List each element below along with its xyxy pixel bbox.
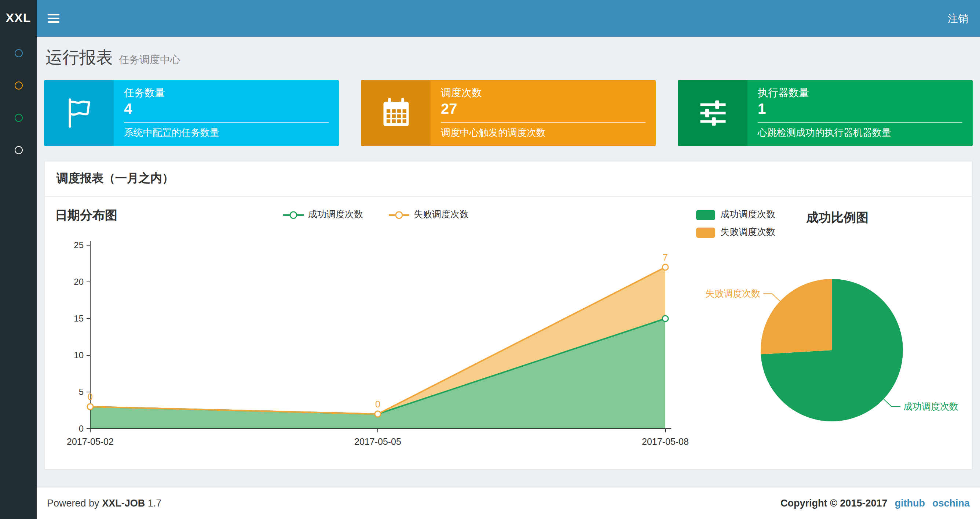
info-box-description: 心跳检测成功的执行器机器数量 <box>758 126 963 139</box>
legend-swatch <box>696 227 715 238</box>
x-axis-label: 2017-05-02 <box>67 436 114 447</box>
success-ratio-chart: 成功调度次数失败调度次数 成功比例图 成功调度次数失败调度次数 <box>696 207 962 459</box>
app-logo: XXL <box>0 0 37 37</box>
info-box-row: 任务数量 4 系统中配置的任务数量 <box>44 80 973 146</box>
main-content: 运行报表任务调度中心 任务数量 4 系统中配置的任务数量 <box>37 37 980 487</box>
calendar-icon <box>361 80 431 146</box>
line-chart-legend: 成功调度次数失败调度次数 <box>282 209 469 221</box>
info-box-executor-count: 执行器数量 1 心跳检测成功的执行器机器数量 <box>678 80 973 146</box>
navbar-bar: 注销 <box>37 0 980 37</box>
info-box-description: 系统中配置的任务数量 <box>124 126 329 139</box>
flag-icon <box>44 80 114 146</box>
product-version: 1.7 <box>148 498 162 509</box>
info-box-value: 1 <box>758 101 963 117</box>
sidebar-item-executor-manage[interactable] <box>0 134 37 166</box>
info-box-title: 调度次数 <box>441 86 646 100</box>
legend-item[interactable]: 成功调度次数 <box>696 209 775 221</box>
divider <box>124 122 329 123</box>
point-label: 0 <box>88 392 93 402</box>
legend-swatch <box>696 209 715 220</box>
y-axis-label: 20 <box>74 277 84 287</box>
pie-label: 成功调度次数 <box>904 401 958 412</box>
hamburger-icon <box>47 14 59 15</box>
pie-label: 失败调度次数 <box>705 288 760 299</box>
footer-right: Copyright © 2015-2017 github oschina <box>781 498 970 509</box>
marker-icon <box>662 316 668 321</box>
line-chart-svg: 05101520252017-05-022017-05-052017-05-08… <box>55 232 693 452</box>
y-axis-label: 10 <box>74 350 84 360</box>
y-axis-label: 25 <box>74 240 84 250</box>
marker-icon <box>87 404 93 410</box>
content-header: 运行报表任务调度中心 <box>44 37 973 80</box>
info-box-body: 任务数量 4 系统中配置的任务数量 <box>114 80 339 146</box>
info-box-trigger-count: 调度次数 27 调度中心触发的调度次数 <box>361 80 656 146</box>
circle-icon <box>14 113 22 121</box>
date-distribution-chart: 日期分布图 成功调度次数失败调度次数 05101520252017-05-022… <box>55 207 696 459</box>
y-axis-label: 0 <box>79 423 84 433</box>
legend-item[interactable]: 失败调度次数 <box>388 209 469 221</box>
pie-chart-header: 成功调度次数失败调度次数 成功比例图 <box>696 207 962 239</box>
circle-icon <box>14 49 22 57</box>
report-panel: 调度报表（一月之内） 日期分布图 成功调度次数失败调度次数 0510152025… <box>44 161 973 470</box>
sidebar-toggle-button[interactable] <box>37 0 70 37</box>
info-box-task-count: 任务数量 4 系统中配置的任务数量 <box>44 80 339 146</box>
sliders-icon <box>678 80 748 146</box>
top-navbar: XXL 注销 <box>0 0 980 37</box>
info-box-title: 执行器数量 <box>758 86 963 100</box>
info-box-description: 调度中心触发的调度次数 <box>441 126 646 139</box>
point-label: 0 <box>375 399 380 409</box>
report-panel-title: 调度报表（一月之内） <box>45 161 972 197</box>
line-chart-header: 日期分布图 成功调度次数失败调度次数 <box>55 207 696 232</box>
失败调度次数-slice <box>760 279 832 354</box>
page-subtitle: 任务调度中心 <box>119 54 180 65</box>
powered-by: Powered by XXL-JOB 1.7 <box>47 498 161 509</box>
sidebar-item-job-log[interactable] <box>0 101 37 134</box>
marker-icon <box>662 264 668 270</box>
point-label: 7 <box>663 252 668 262</box>
info-box-body: 执行器数量 1 心跳检测成功的执行器机器数量 <box>748 80 973 146</box>
github-link[interactable]: github <box>895 498 925 509</box>
product-name: XXL-JOB <box>102 498 145 509</box>
divider <box>758 122 963 123</box>
y-axis-label: 15 <box>74 313 84 323</box>
sidebar <box>0 37 37 519</box>
info-box-value: 27 <box>441 101 646 117</box>
x-axis-label: 2017-05-05 <box>354 436 401 447</box>
page-title: 运行报表任务调度中心 <box>46 48 180 67</box>
y-axis-label: 5 <box>79 387 84 397</box>
app-logo-text: XXL <box>5 11 31 26</box>
pie-chart-svg: 成功调度次数失败调度次数 <box>696 239 960 459</box>
sidebar-item-dashboard[interactable] <box>0 37 37 69</box>
sidebar-item-job-manage[interactable] <box>0 69 37 101</box>
logout-link[interactable]: 注销 <box>936 0 980 37</box>
pie-chart-title: 成功比例图 <box>806 209 869 226</box>
page-footer: Powered by XXL-JOB 1.7 Copyright © 2015-… <box>37 487 980 519</box>
legend-item[interactable]: 失败调度次数 <box>696 226 775 239</box>
circle-icon <box>14 146 22 154</box>
divider <box>441 122 646 123</box>
oschina-link[interactable]: oschina <box>932 498 970 509</box>
legend-item[interactable]: 成功调度次数 <box>282 209 363 221</box>
info-box-value: 4 <box>124 101 329 117</box>
pie-chart-legend: 成功调度次数失败调度次数 <box>696 209 775 239</box>
info-box-title: 任务数量 <box>124 86 329 100</box>
report-panel-body: 日期分布图 成功调度次数失败调度次数 05101520252017-05-022… <box>45 197 972 469</box>
marker-icon <box>375 411 381 417</box>
app-window: XXL 注销 运行报表任务调度中心 <box>0 0 980 519</box>
circle-icon <box>14 81 22 89</box>
x-axis-label: 2017-05-08 <box>642 436 689 447</box>
copyright-text: Copyright © 2015-2017 <box>781 498 888 509</box>
info-box-body: 调度次数 27 调度中心触发的调度次数 <box>431 80 656 146</box>
